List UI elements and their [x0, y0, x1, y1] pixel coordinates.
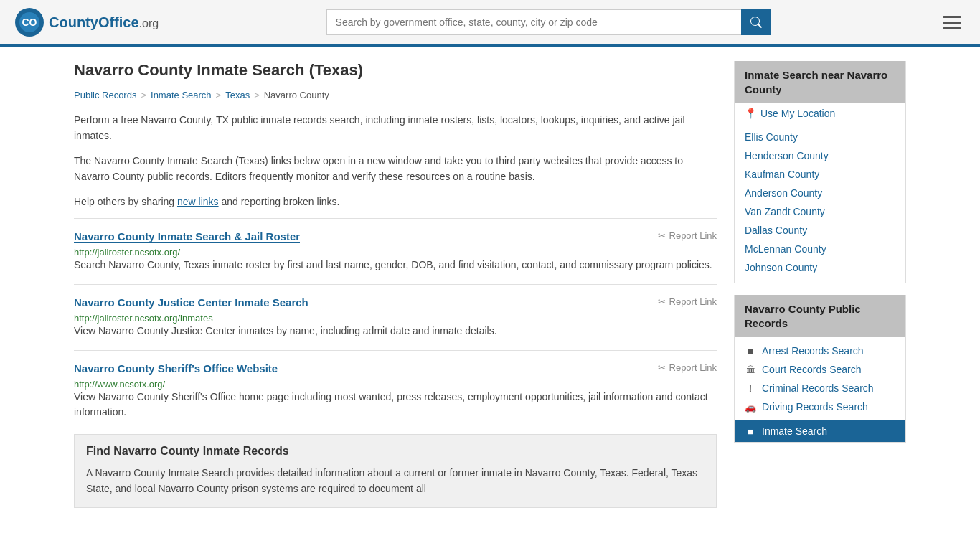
hamburger-line — [943, 27, 961, 29]
result-title-1[interactable]: Navarro County Inmate Search & Jail Rost… — [74, 230, 300, 243]
sidebar-county-link-7[interactable]: Johnson County — [745, 262, 817, 273]
sidebar-county-link-2[interactable]: Kaufman County — [745, 169, 819, 180]
header: CO CountyOffice.org — [0, 0, 980, 47]
court-icon: 🏛 — [745, 364, 756, 375]
inmate-search-link[interactable]: Inmate Search — [762, 425, 827, 437]
report-link-button-1[interactable]: ✂ Report Link — [658, 230, 717, 241]
result-item: Navarro County Inmate Search & Jail Rost… — [74, 218, 717, 281]
find-section-desc: A Navarro County Inmate Search provides … — [86, 465, 705, 497]
hamburger-line — [943, 16, 961, 18]
breadcrumb-sep: > — [141, 90, 146, 100]
breadcrumb-navarro-county: Navarro County — [264, 90, 329, 100]
sidebar-county-link-4[interactable]: Van Zandt County — [745, 206, 825, 217]
result-header: Navarro County Inmate Search & Jail Rost… — [74, 230, 717, 243]
result-desc-1: Search Navarro County, Texas inmate rost… — [74, 258, 717, 273]
logo-text: CountyOffice.org — [49, 14, 159, 31]
sidebar-county-list: Ellis County Henderson County Kaufman Co… — [735, 122, 905, 283]
sidebar-records-list: ■ Arrest Records Search 🏛 Court Records … — [735, 337, 905, 420]
arrest-records-link[interactable]: Arrest Records Search — [762, 345, 864, 357]
search-button[interactable] — [741, 9, 771, 35]
result-url-3[interactable]: http://www.ncsotx.org/ — [74, 379, 165, 390]
sidebar-nearby-section: Inmate Search near Navarro County 📍 Use … — [734, 61, 906, 283]
report-link-button-2[interactable]: ✂ Report Link — [658, 296, 717, 307]
list-item: Anderson County — [735, 184, 905, 202]
new-links-link[interactable]: new links — [177, 196, 219, 207]
search-area — [326, 9, 771, 35]
list-item: Ellis County — [735, 128, 905, 146]
breadcrumb-texas[interactable]: Texas — [225, 90, 250, 100]
sidebar-county-link-5[interactable]: Dallas County — [745, 225, 807, 236]
list-item: Kaufman County — [735, 165, 905, 184]
hamburger-line — [943, 22, 961, 24]
sidebar-nearby-header: Inmate Search near Navarro County — [735, 61, 905, 103]
hamburger-menu-button[interactable] — [938, 11, 966, 34]
sidebar-county-link-6[interactable]: McLennan County — [745, 243, 826, 255]
description-para2: The Navarro County Inmate Search (Texas)… — [74, 153, 717, 185]
result-item: Navarro County Sheriff's Office Website … — [74, 350, 717, 428]
sidebar-county-link-0[interactable]: Ellis County — [745, 131, 798, 143]
logo: CO CountyOffice.org — [14, 7, 159, 37]
page-title: Navarro County Inmate Search (Texas) — [74, 61, 717, 80]
list-item: 🚗 Driving Records Search — [735, 397, 905, 416]
criminal-icon: ! — [745, 383, 756, 394]
result-url-1[interactable]: http://jailroster.ncsotx.org/ — [74, 247, 180, 258]
result-header: Navarro County Sheriff's Office Website … — [74, 362, 717, 375]
driving-icon: 🚗 — [745, 402, 756, 413]
use-my-location-link[interactable]: Use My Location — [760, 108, 835, 119]
result-url-2[interactable]: http://jailroster.ncsotx.org/inmates — [74, 313, 213, 324]
list-item: 🏛 Court Records Search — [735, 360, 905, 379]
result-header: Navarro County Justice Center Inmate Sea… — [74, 296, 717, 309]
arrest-icon: ■ — [745, 346, 756, 357]
svg-text:CO: CO — [22, 17, 37, 28]
list-item: Johnson County — [735, 258, 905, 277]
list-item: ■ Arrest Records Search — [735, 342, 905, 360]
report-link-button-3[interactable]: ✂ Report Link — [658, 362, 717, 373]
result-title-3[interactable]: Navarro County Sheriff's Office Website — [74, 362, 278, 375]
location-pin-icon: 📍 — [745, 108, 757, 119]
find-section-title: Find Navarro County Inmate Records — [86, 445, 705, 458]
sidebar: Inmate Search near Navarro County 📍 Use … — [734, 61, 906, 508]
search-input[interactable] — [326, 9, 741, 35]
list-item: ! Criminal Records Search — [735, 379, 905, 397]
list-item: McLennan County — [735, 240, 905, 258]
criminal-records-link[interactable]: Criminal Records Search — [762, 382, 874, 394]
inmate-icon: ■ — [745, 426, 756, 437]
result-desc-2: View Navarro County Justice Center inmat… — [74, 324, 717, 339]
scissors-icon: ✂ — [658, 296, 666, 307]
breadcrumb-inmate-search[interactable]: Inmate Search — [151, 90, 212, 100]
sidebar-county-link-1[interactable]: Henderson County — [745, 150, 829, 161]
description-para3: Help others by sharing new links and rep… — [74, 194, 717, 209]
list-item: Dallas County — [735, 221, 905, 240]
breadcrumb-public-records[interactable]: Public Records — [74, 90, 136, 100]
sidebar-public-records-header: Navarro County Public Records — [735, 295, 905, 337]
search-icon — [750, 17, 762, 28]
result-item: Navarro County Justice Center Inmate Sea… — [74, 284, 717, 347]
breadcrumb-sep: > — [254, 90, 260, 100]
breadcrumb: Public Records > Inmate Search > Texas >… — [74, 90, 717, 100]
scissors-icon: ✂ — [658, 362, 666, 373]
main-content: Navarro County Inmate Search (Texas) Pub… — [74, 61, 717, 508]
driving-records-link[interactable]: Driving Records Search — [762, 401, 868, 413]
scissors-icon: ✂ — [658, 230, 666, 241]
list-item: Van Zandt County — [735, 202, 905, 221]
court-records-link[interactable]: Court Records Search — [762, 364, 862, 375]
find-section: Find Navarro County Inmate Records A Nav… — [74, 434, 717, 508]
main-container: Navarro County Inmate Search (Texas) Pub… — [60, 47, 920, 522]
sidebar-county-link-3[interactable]: Anderson County — [745, 187, 822, 199]
result-desc-3: View Navarro County Sheriff's Office hom… — [74, 390, 717, 420]
result-title-2[interactable]: Navarro County Justice Center Inmate Sea… — [74, 296, 308, 309]
description-para1: Perform a free Navarro County, TX public… — [74, 112, 717, 144]
logo-icon: CO — [14, 7, 44, 37]
breadcrumb-sep: > — [216, 90, 222, 100]
inmate-search-highlighted-item: ■ Inmate Search — [735, 420, 905, 442]
sidebar-public-records-section: Navarro County Public Records ■ Arrest R… — [734, 295, 906, 443]
list-item: Henderson County — [735, 146, 905, 165]
use-my-location-row: 📍 Use My Location — [735, 103, 905, 122]
